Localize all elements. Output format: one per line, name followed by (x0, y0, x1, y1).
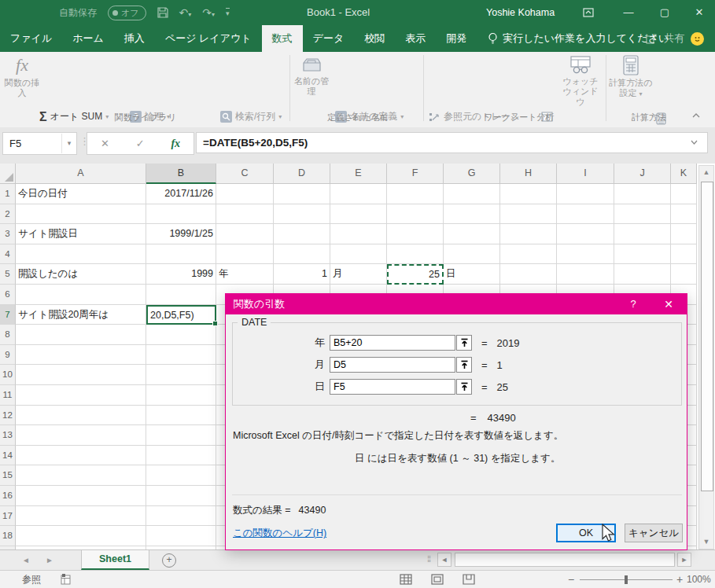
tab-home[interactable]: ホーム (62, 25, 114, 52)
collapse-dialog-button[interactable] (456, 379, 472, 395)
row-header-3[interactable]: 3 (0, 224, 16, 244)
cell-G1[interactable] (444, 184, 500, 204)
cell-E2[interactable] (330, 204, 387, 225)
cell-K5[interactable] (671, 264, 697, 285)
autosave-toggle[interactable]: オフ (108, 6, 146, 20)
cell-F2[interactable] (387, 204, 444, 225)
tab-view[interactable]: 表示 (395, 25, 436, 52)
collapse-dialog-button[interactable] (456, 335, 472, 351)
cell-B12[interactable] (146, 406, 216, 426)
cell-B4[interactable] (146, 244, 216, 265)
row-header-12[interactable]: 12 (0, 406, 16, 426)
cell-B8[interactable] (146, 325, 216, 345)
cell-A7[interactable]: サイト開設20周年は (16, 305, 146, 325)
tab-data[interactable]: データ (303, 25, 355, 52)
cell-C3[interactable] (216, 224, 274, 244)
column-header-I[interactable]: I (557, 164, 614, 184)
arg-day-input[interactable] (330, 379, 455, 395)
row-header-4[interactable]: 4 (0, 244, 16, 265)
cell-H1[interactable] (500, 184, 557, 204)
share-icon[interactable] (646, 33, 658, 45)
row-header-13[interactable]: 13 (0, 425, 16, 446)
redo-button[interactable]: ↷▾ (202, 6, 215, 19)
cell-F1[interactable] (387, 184, 444, 204)
cell-B17[interactable] (146, 506, 216, 527)
minimize-button[interactable]: — (615, 0, 642, 25)
cell-A11[interactable] (16, 385, 146, 406)
vertical-scroll-thumb[interactable] (701, 182, 713, 491)
row-header-2[interactable]: 2 (0, 204, 16, 225)
column-header-A[interactable]: A (16, 164, 146, 184)
collapse-dialog-button[interactable] (456, 357, 472, 373)
normal-view-button[interactable] (400, 574, 412, 585)
cell-G3[interactable] (444, 224, 500, 244)
row-header-14[interactable]: 14 (0, 446, 16, 466)
close-button[interactable]: ✕ (686, 0, 713, 25)
cell-F4[interactable] (387, 244, 444, 265)
scroll-up-arrow[interactable]: ▲ (699, 166, 713, 179)
cell-H4[interactable] (500, 244, 557, 265)
cell-B3[interactable]: 1999/1/25 (146, 224, 216, 244)
customize-qat-button[interactable]: ▾ (226, 8, 230, 17)
page-layout-view-button[interactable] (431, 574, 444, 585)
cell-B2[interactable] (146, 204, 216, 225)
cell-B6[interactable] (146, 285, 216, 305)
column-header-K[interactable]: K (671, 164, 697, 184)
row-header-8[interactable]: 8 (0, 325, 16, 345)
save-icon[interactable] (157, 7, 168, 18)
cell-A3[interactable]: サイト開設日 (16, 224, 146, 244)
sheet-tab-sheet1[interactable]: Sheet1 (81, 550, 149, 570)
cell-D3[interactable] (274, 224, 330, 244)
cell-A18[interactable] (16, 526, 146, 546)
collapse-ribbon-button[interactable] (692, 113, 700, 118)
tab-file[interactable]: ファイル (0, 25, 62, 52)
cell-H3[interactable] (500, 224, 557, 244)
arg-month-input[interactable] (330, 357, 455, 373)
column-header-F[interactable]: F (387, 164, 444, 184)
watch-window-button[interactable]: ウォッチウィンドウ (562, 55, 599, 107)
cell-A2[interactable] (16, 204, 146, 225)
cell-H2[interactable] (500, 204, 557, 225)
cell-H5[interactable] (500, 264, 557, 285)
tab-insert[interactable]: 挿入 (114, 25, 155, 52)
cell-G2[interactable] (444, 204, 500, 225)
cell-C5[interactable]: 年 (216, 264, 274, 285)
prev-sheet-button[interactable]: ◄ (22, 550, 30, 570)
cell-A12[interactable] (16, 406, 146, 426)
dialog-title-bar[interactable]: 関数の引数 (226, 294, 687, 314)
cancel-button[interactable]: キャンセル (625, 524, 683, 542)
cell-A14[interactable] (16, 446, 146, 466)
hscroll-left-arrow[interactable]: ◄ (437, 553, 451, 567)
cell-E4[interactable] (330, 244, 387, 265)
expand-formula-bar-button[interactable] (691, 140, 698, 145)
cell-G5[interactable]: 日 (444, 264, 500, 285)
new-sheet-button[interactable]: + (162, 553, 176, 568)
lookup-button[interactable]: 検索/行列▾ (220, 108, 282, 125)
cell-D1[interactable] (274, 184, 330, 204)
name-manager-button[interactable]: 名前の管理 (293, 55, 330, 97)
arg-year-input[interactable] (330, 335, 455, 351)
column-header-B[interactable]: B (146, 164, 216, 184)
cell-K2[interactable] (671, 204, 697, 225)
row-header-18[interactable]: 18 (0, 526, 16, 546)
cell-B15[interactable] (146, 465, 216, 486)
feedback-smiley-icon[interactable] (691, 32, 704, 46)
column-header-G[interactable]: G (444, 164, 500, 184)
enter-entry-button[interactable]: ✓ (136, 138, 145, 149)
calculation-options-button[interactable]: 計算方法の設定 ▾ (609, 55, 653, 99)
cell-A8[interactable] (16, 325, 146, 345)
cell-K1[interactable] (671, 184, 697, 204)
cell-D4[interactable] (274, 244, 330, 265)
zoom-in-button[interactable]: + (676, 571, 683, 588)
horizontal-scrollbar[interactable] (455, 553, 675, 567)
cell-I4[interactable] (557, 244, 614, 265)
cell-A4[interactable] (16, 244, 146, 265)
tab-page-layout[interactable]: ページ レイアウト (155, 25, 262, 52)
scroll-down-arrow[interactable]: ▼ (699, 535, 713, 549)
row-header-15[interactable]: 15 (0, 465, 16, 486)
dialog-close-button[interactable]: ✕ (657, 294, 680, 314)
zoom-out-button[interactable]: − (568, 571, 574, 588)
cell-J4[interactable] (614, 244, 671, 265)
cell-E3[interactable] (330, 224, 387, 244)
next-sheet-button[interactable]: ► (46, 550, 53, 570)
